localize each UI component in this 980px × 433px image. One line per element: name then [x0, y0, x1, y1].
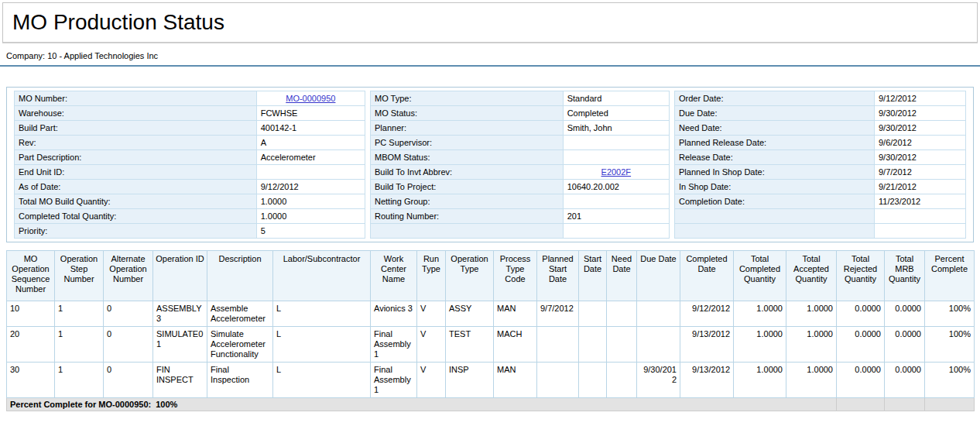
summary-column: Order Date:9/12/2012Due Date:9/30/2012Ne…: [674, 91, 966, 239]
page-title: MO Production Status: [12, 10, 224, 35]
ops-column-header: Operation Step Number: [55, 251, 104, 301]
field-label: Order Date:: [675, 91, 875, 106]
ops-footer-cell: [925, 398, 975, 411]
field-value: 11/23/2012: [875, 194, 966, 209]
field-value: Completed: [563, 106, 669, 121]
field-label: Planned In Shop Date:: [675, 165, 875, 180]
ops-cell: 1.0000: [734, 327, 786, 363]
field-value: [563, 224, 669, 239]
ops-cell: 1.0000: [734, 363, 786, 398]
ops-cell: 100%: [925, 363, 975, 398]
field-label: Build To Invt Abbrev:: [371, 165, 564, 180]
field-label: Routing Number:: [371, 209, 564, 224]
ops-footer-cell: [885, 398, 925, 411]
field-label: Release Date:: [675, 150, 875, 165]
ops-cell: 0: [104, 301, 153, 327]
ops-column-header: Alternate Operation Number: [104, 251, 153, 301]
ops-cell: 0: [104, 363, 153, 398]
summary-row: In Shop Date:9/21/2012: [675, 180, 966, 194]
ops-cell: V: [417, 363, 446, 398]
summary-column: MO Type:StandardMO Status:CompletedPlann…: [370, 91, 670, 239]
ops-column-header: Process Type Code: [494, 251, 537, 301]
field-value: FCWHSE: [256, 106, 365, 121]
summary-row: End Unit ID:: [15, 165, 365, 180]
ops-column-header: Percent Complete: [925, 251, 975, 301]
field-value: [875, 224, 966, 239]
operations-table: MO Operation Sequence NumberOperation St…: [6, 250, 975, 411]
field-value: 9/7/2012: [875, 165, 966, 180]
ops-cell: 0.0000: [837, 327, 885, 363]
ops-cell: 0.0000: [837, 301, 885, 327]
build-to-invt-abbrev-link[interactable]: E2002F: [601, 167, 632, 177]
ops-column-header: Work Center Name: [371, 251, 417, 301]
summary-row: Release Date:9/30/2012: [675, 150, 966, 165]
field-label: MO Number:: [15, 91, 257, 106]
summary-row: Due Date:9/30/2012: [675, 106, 966, 121]
field-value: 5: [256, 224, 365, 239]
ops-cell: 0.0000: [885, 363, 925, 398]
summary-row: Build To Invt Abbrev:E2002F: [371, 165, 670, 180]
summary-row: Completed Total Quantity:1.0000: [15, 209, 365, 224]
ops-cell: 1.0000: [734, 301, 786, 327]
mo-number-link[interactable]: MO-0000950: [286, 94, 335, 103]
ops-cell: 9/13/2012: [680, 327, 734, 363]
summary-row: MO Status:Completed: [371, 106, 670, 121]
field-label: Planner:: [371, 121, 564, 136]
ops-cell: 1: [55, 301, 104, 327]
ops-cell: 9/7/2012: [537, 301, 579, 327]
summary-row: Build Part:400142-1: [15, 121, 365, 136]
summary-row: MO Number:MO-0000950: [15, 91, 365, 106]
field-value: 201: [563, 209, 669, 224]
field-value: 9/30/2012: [875, 106, 966, 121]
field-label: End Unit ID:: [15, 165, 257, 180]
summary-row: Rev:A: [15, 136, 365, 150]
ops-cell: 0.0000: [885, 301, 925, 327]
ops-cell: 30: [7, 363, 55, 398]
ops-column-header: Operation Type: [446, 251, 494, 301]
ops-cell: [579, 301, 607, 327]
field-label: Planned Release Date:: [675, 136, 875, 150]
ops-cell: ASSY: [446, 301, 494, 327]
ops-cell: Final Assembly 1: [371, 327, 417, 363]
field-value: MO-0000950: [256, 91, 365, 106]
ops-cell: V: [417, 301, 446, 327]
field-label: Build To Project:: [371, 180, 564, 194]
ops-cell: Simulate Accelerometer Functionality: [207, 327, 273, 363]
summary-row: Build To Project:10640.20.002: [371, 180, 670, 194]
field-value: Smith, John: [563, 121, 669, 136]
ops-cell: 10: [7, 301, 55, 327]
field-label: Total MO Build Quantity:: [15, 194, 257, 209]
ops-cell: INSP: [446, 363, 494, 398]
field-value: A: [256, 136, 365, 150]
field-label: As of Date:: [15, 180, 257, 194]
ops-header-row: MO Operation Sequence NumberOperation St…: [7, 251, 975, 301]
ops-cell: 20: [7, 327, 55, 363]
summary-row: MO Type:Standard: [371, 91, 670, 106]
ops-column-header: Due Date: [637, 251, 680, 301]
field-label: Priority:: [15, 224, 257, 239]
ops-cell: 0.0000: [837, 363, 885, 398]
ops-column-header: MO Operation Sequence Number: [7, 251, 55, 301]
ops-column-header: Operation ID: [153, 251, 207, 301]
field-value: [256, 165, 365, 180]
ops-column-header: Need Date: [607, 251, 637, 301]
field-value: [563, 194, 669, 209]
field-value: 9/12/2012: [875, 91, 966, 106]
field-label: [675, 209, 875, 224]
field-label: [675, 224, 875, 239]
ops-footer-row: Percent Complete for MO-0000950:100%: [7, 398, 975, 411]
ops-cell: L: [273, 327, 371, 363]
ops-column-header: Total Completed Quantity: [734, 251, 786, 301]
ops-cell: 0.0000: [885, 327, 925, 363]
ops-cell: [607, 327, 637, 363]
summary-row: [371, 224, 670, 239]
ops-cell: FIN INSPECT: [153, 363, 207, 398]
field-label: [371, 224, 564, 239]
field-value: [563, 136, 669, 150]
ops-column-header: Description: [207, 251, 273, 301]
ops-cell: MAN: [494, 301, 537, 327]
ops-cell: MAN: [494, 363, 537, 398]
ops-cell: [607, 363, 637, 398]
summary-row: PC Supervisor:: [371, 136, 670, 150]
ops-cell: Avionics 3: [371, 301, 417, 327]
